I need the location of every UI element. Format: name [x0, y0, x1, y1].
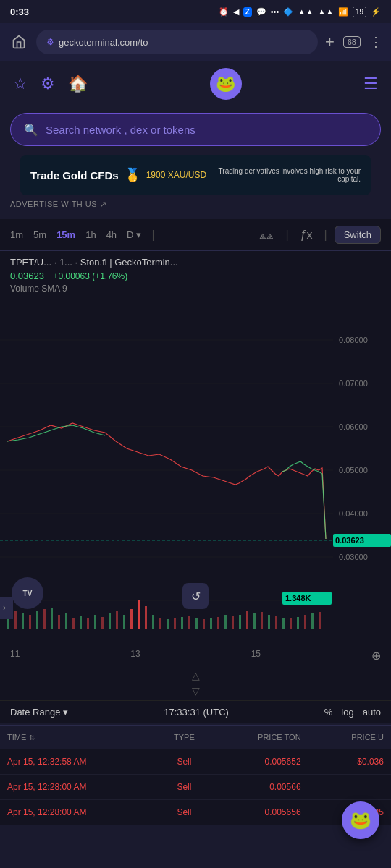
svg-rect-59 — [297, 617, 299, 629]
target-icon[interactable]: ⊕ — [371, 649, 381, 663]
app-logo[interactable]: 🐸 — [210, 68, 242, 100]
logo-emoji: 🐸 — [216, 75, 235, 93]
ad-warning: Trading derivatives involves high risk t… — [212, 167, 361, 183]
tx-price-ton-2: 0.005656 — [218, 807, 300, 817]
svg-rect-22 — [29, 615, 31, 629]
charge-icon: ⚡ — [371, 7, 381, 17]
date-range-button[interactable]: Date Range ▾ — [10, 707, 68, 718]
date-range-label: Date Range — [10, 707, 60, 718]
expand-up-icon: △ — [192, 670, 200, 681]
wifi-icon: 📶 — [338, 7, 348, 17]
bookmark-icon[interactable]: ☆ — [13, 75, 28, 93]
svg-rect-47 — [210, 618, 212, 629]
chart-controls: Date Range ▾ 17:33:31 (UTC) % log auto — [0, 700, 391, 723]
zalo-icon: Z — [243, 7, 252, 17]
svg-rect-43 — [181, 617, 183, 629]
svg-rect-60 — [304, 615, 306, 629]
tx-price-ton-0: 0.005652 — [218, 757, 300, 767]
tx-type-1: Sell — [151, 782, 219, 792]
chevron-down-icon: ▾ — [63, 707, 68, 718]
ad-banner[interactable]: Trade Gold CFDs 🥇 1900 XAU/USD Trading d… — [20, 155, 371, 195]
status-icons: ⏰ ◀ Z 💬 ••• 🔷 ▲▲ ▲▲ 📶 19 ⚡ — [219, 7, 381, 17]
switch-button[interactable]: Switch — [335, 226, 381, 244]
chart-section: 1m 5m 15m 1h 4h D ▾ | ⟁⟁ | ƒx | Switch T… — [0, 219, 391, 723]
transactions-section: TIME ⇅ TYPE PRICE TON PRICE U Apr 15, 12… — [0, 725, 391, 825]
new-tab-button[interactable]: + — [325, 33, 335, 51]
table-row[interactable]: Apr 15, 12:32:58 AM Sell 0.005652 $0.036 — [0, 749, 391, 775]
sort-icon[interactable]: ⇅ — [29, 733, 35, 741]
dots-icon: ••• — [271, 7, 279, 16]
svg-rect-29 — [80, 616, 82, 629]
svg-rect-30 — [87, 618, 89, 629]
indicator-tool-icon[interactable]: ƒx — [296, 227, 317, 243]
expand-down[interactable]: ▽ — [0, 684, 391, 700]
separator-2: | — [285, 229, 288, 242]
bluetooth-icon: 🔷 — [283, 7, 293, 17]
header-left-icons: ☆ ⚙ 🏠 — [13, 75, 88, 93]
chart-xaxis: 11 13 15 ⊕ — [0, 644, 391, 667]
floating-gecko-button[interactable]: 🐸 — [342, 801, 379, 839]
svg-rect-24 — [43, 609, 46, 629]
tv-text: TV — [23, 590, 33, 597]
col-time: TIME ⇅ — [7, 733, 151, 741]
svg-rect-52 — [246, 611, 248, 629]
interval-1h[interactable]: 1h — [85, 229, 96, 240]
interval-15m[interactable]: 15m — [56, 229, 75, 240]
interval-d-dropdown[interactable]: D ▾ — [127, 229, 141, 240]
chart-expand[interactable]: △ — [0, 667, 391, 684]
search-container: 🔍 Search network , dex or tokens — [0, 107, 391, 155]
svg-rect-25 — [51, 608, 53, 629]
tx-type-2: Sell — [151, 807, 219, 817]
xaxis-label-15: 15 — [251, 649, 261, 663]
tx-header: TIME ⇅ TYPE PRICE TON PRICE U — [0, 726, 391, 749]
svg-rect-56 — [275, 616, 277, 629]
svg-rect-33 — [109, 613, 111, 629]
svg-text:0.07000: 0.07000 — [339, 379, 368, 388]
tab-count[interactable]: 68 — [343, 36, 361, 48]
svg-rect-61 — [311, 613, 314, 629]
svg-rect-44 — [188, 616, 190, 629]
chart-time: 17:33:31 (UTC) — [164, 707, 229, 718]
refresh-button[interactable]: ↺ — [182, 583, 209, 609]
svg-rect-63 — [0, 597, 13, 619]
log-opt[interactable]: log — [341, 707, 353, 718]
chart-wrapper: 0.08000 0.07000 0.06000 0.05000 0.04000 … — [0, 297, 391, 644]
interval-5m[interactable]: 5m — [33, 229, 46, 240]
ad-emoji: 🥇 — [125, 167, 140, 183]
svg-text:1.348K: 1.348K — [285, 594, 311, 603]
table-row[interactable]: Apr 15, 12:28:00 AM Sell 0.005656 $0.035 — [0, 800, 391, 825]
svg-rect-37 — [138, 600, 140, 629]
svg-rect-26 — [58, 615, 60, 629]
home-icon[interactable]: 🏠 — [68, 75, 88, 93]
svg-rect-31 — [94, 615, 96, 629]
svg-rect-57 — [282, 618, 285, 629]
tx-price-u-0: $0.036 — [301, 757, 384, 767]
chevron-down-icon: ▾ — [136, 229, 141, 240]
url-bar[interactable]: ⚙ geckoterminal.com/to — [36, 30, 318, 54]
candle-tool-icon[interactable]: ⟁⟁ — [255, 227, 278, 243]
svg-rect-62 — [319, 612, 321, 629]
browser-menu-button[interactable]: ⋮ — [369, 34, 382, 50]
svg-rect-41 — [167, 619, 169, 629]
col-type: TYPE — [151, 733, 219, 741]
svg-rect-42 — [174, 618, 176, 629]
svg-rect-39 — [152, 615, 154, 629]
auto-opt[interactable]: auto — [363, 707, 381, 718]
percent-opt[interactable]: % — [324, 707, 333, 718]
tx-time-1: Apr 15, 12:28:00 AM — [7, 782, 151, 792]
interval-4h[interactable]: 4h — [106, 229, 117, 240]
search-bar[interactable]: 🔍 Search network , dex or tokens — [10, 113, 381, 146]
svg-rect-51 — [239, 615, 241, 629]
table-row[interactable]: Apr 15, 12:28:00 AM Sell 0.00566 — [0, 775, 391, 800]
app-header: ☆ ⚙ 🏠 🐸 ☰ — [0, 61, 391, 107]
browser-home-button[interactable] — [9, 32, 29, 52]
svg-rect-55 — [268, 615, 270, 629]
interval-1m[interactable]: 1m — [10, 229, 23, 240]
status-bar: 0:33 ⏰ ◀ Z 💬 ••• 🔷 ▲▲ ▲▲ 📶 19 ⚡ — [0, 0, 391, 23]
svg-text:0.06000: 0.06000 — [339, 422, 368, 431]
col-price-ton: PRICE TON — [218, 733, 300, 741]
settings-icon[interactable]: ⚙ — [41, 75, 55, 93]
hamburger-menu[interactable]: ☰ — [363, 75, 378, 93]
col-price-u: PRICE U — [301, 733, 384, 741]
advertise-bar[interactable]: ADVERTISE WITH US ↗ — [0, 195, 391, 213]
